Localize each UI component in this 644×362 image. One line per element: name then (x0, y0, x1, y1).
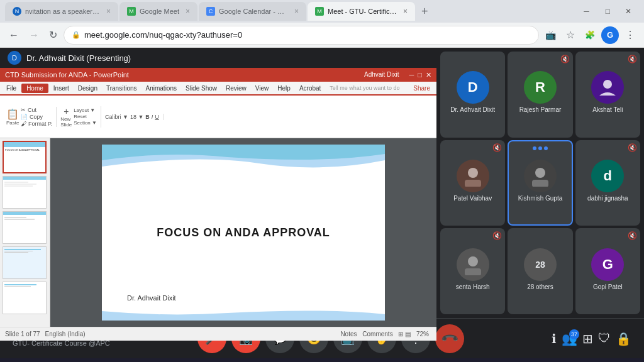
slide-author-text: Dr. Adhvait Dixit (127, 294, 176, 302)
cast-icon[interactable]: 📺 (541, 26, 560, 44)
bold-button[interactable]: B (145, 114, 150, 120)
controls-right: ℹ 👥 37 ⊞ 🛡 🔒 (552, 331, 631, 346)
paste-button[interactable]: 📋Paste (6, 108, 19, 126)
menu-review[interactable]: Review (222, 84, 250, 93)
tile-7-content: senta Harsh (440, 228, 505, 310)
tile-6-content: d dabhi jignasha (575, 140, 640, 222)
ppt-maximize[interactable]: □ (418, 71, 422, 79)
tile-dr-adhvait[interactable]: D Dr. Adhvait Dixit (440, 52, 505, 138)
font-size[interactable]: 18 ▼ (130, 114, 143, 120)
back-button[interactable]: ← (5, 27, 23, 43)
view-buttons[interactable]: ⊞ ▤ (398, 331, 411, 337)
tile-rajesh[interactable]: 🔇 R Rajesh Parmar (508, 52, 572, 138)
powerpoint-window: CTD Submission for ANDA - PowerPoint Adh… (0, 68, 436, 341)
menu-home[interactable]: Home (21, 84, 48, 93)
tab-4[interactable]: M Meet - GTU- Certificate Co... × (308, 2, 415, 21)
slide-thumb-5[interactable] (3, 282, 47, 314)
new-slide-button[interactable]: +NewSlide (60, 106, 72, 128)
extensions-icon[interactable]: 🧩 (581, 26, 599, 44)
maximize-button[interactable]: □ (598, 0, 618, 23)
slide-thumb-1[interactable]: FOCUS ON ANDA APPROVAL (3, 141, 47, 173)
cut-button[interactable]: ✂ Cut (21, 107, 52, 113)
tile-5-avatar (524, 160, 557, 192)
close-button[interactable]: ✕ (618, 0, 639, 23)
tab-2[interactable]: M Google Meet × (119, 2, 197, 21)
slide-thumb-4[interactable] (3, 246, 47, 279)
people-button[interactable]: 👥 37 (562, 331, 577, 346)
tab-4-close[interactable]: × (403, 7, 408, 16)
menu-animations[interactable]: Animations (142, 84, 180, 93)
tile-8-avatar: 28 (524, 248, 557, 281)
tab-3-close[interactable]: × (294, 7, 299, 16)
host-controls-button[interactable]: 🛡 (598, 331, 611, 346)
menu-help[interactable]: Help (274, 84, 294, 93)
reload-button[interactable]: ↻ (45, 26, 61, 43)
section-button[interactable]: Section ▼ (74, 120, 97, 126)
tile-dabhi[interactable]: 🔇 d dabhi jignasha (575, 140, 640, 226)
slide-ops: Layout ▼ Reset Section ▼ (74, 107, 97, 126)
nav-right-icons: 📺 ☆ 🧩 G ⋮ (541, 26, 639, 44)
comments-btn[interactable]: Comments (362, 331, 392, 337)
underline-button[interactable]: U (155, 114, 159, 120)
menu-file[interactable]: File (3, 84, 20, 93)
menu-acrobat[interactable]: Acrobat (296, 84, 325, 93)
tile-8-content: 28 28 others (508, 228, 572, 310)
tab-2-close[interactable]: × (186, 7, 190, 16)
tile-6-avatar: d (591, 160, 624, 192)
address-bar[interactable]: 🔒 meet.google.com/nuq-qgac-xty?authuser=… (64, 26, 539, 45)
slide-footer-design (102, 308, 385, 321)
tile-patel-vaibhav[interactable]: 🔇 Patel Vaibhav (440, 140, 505, 226)
tab-3[interactable]: C Google Calendar - Sunday, 15 C... × (199, 2, 306, 21)
menu-transitions[interactable]: Transitions (103, 84, 141, 93)
menu-slideshow[interactable]: Slide Show (182, 84, 221, 93)
bookmark-icon[interactable]: ☆ (562, 26, 579, 44)
ppt-ribbon: File Home Insert Design Transitions Anim… (0, 82, 436, 138)
ppt-close[interactable]: ✕ (426, 71, 431, 79)
main-content: D Dr. Adhvait Dixit (Presenting) CTD Sub… (0, 48, 644, 318)
tile-kishmish[interactable]: Kishmish Gupta (508, 140, 572, 226)
menu-view[interactable]: View (252, 84, 273, 93)
end-call-button[interactable]: 📞 (435, 324, 464, 353)
tab-4-label: Meet - GTU- Certificate Co... (328, 8, 397, 15)
layout-button[interactable]: Layout ▼ (74, 107, 97, 113)
copy-button[interactable]: 📄 Copy (21, 114, 52, 120)
profile-icon[interactable]: G (601, 26, 619, 44)
format-painter-button[interactable]: 🖌 Format P. (21, 121, 52, 127)
font-name[interactable]: Calibri ▼ (105, 114, 128, 120)
dot-1 (533, 146, 536, 150)
ppt-controls-right: Notes Comments ⊞ ▤ 72% (340, 331, 431, 337)
info-button[interactable]: ℹ (552, 331, 557, 346)
ppt-content-area: FOCUS ON ANDA APPROVAL (0, 138, 436, 327)
slide-thumb-3[interactable] (3, 211, 47, 244)
menu-insert[interactable]: Insert (50, 84, 73, 93)
lock-button[interactable]: 🔒 (616, 331, 631, 346)
menu-share[interactable]: Share (409, 84, 434, 93)
tile-6-name: dabhi jignasha (587, 195, 628, 202)
presenter-name: Dr. Adhvait Dixit (Presenting) (26, 53, 131, 63)
tile-akshat[interactable]: 🔇 Akshat Teli (575, 52, 640, 138)
tab-1-close[interactable]: × (106, 7, 111, 16)
forward-button[interactable]: → (25, 27, 43, 43)
new-tab-button[interactable]: + (416, 5, 433, 18)
tile-7-mute-icon: 🔇 (492, 231, 502, 240)
menu-icon[interactable]: ⋮ (621, 26, 639, 44)
notes-btn[interactable]: Notes (340, 331, 357, 337)
tile-senta[interactable]: 🔇 senta Harsh (440, 228, 505, 314)
tab-1[interactable]: N nvitation as a speaker for GTU C... × (5, 2, 118, 21)
dot-3 (544, 146, 548, 150)
minimize-button[interactable]: ─ (575, 0, 598, 23)
reset-button[interactable]: Reset (74, 114, 97, 119)
italic-button[interactable]: I (152, 114, 153, 120)
slide-main-view[interactable]: FOCUS ON ANDA APPROVAL Dr. Adhvait Dixit (50, 138, 436, 327)
tab-3-label: Google Calendar - Sunday, 15 C... (219, 8, 288, 15)
tile-1-name: Dr. Adhvait Dixit (450, 106, 495, 114)
ppt-minimize[interactable]: ─ (409, 71, 414, 79)
ppt-menu-bar: File Home Insert Design Transitions Anim… (0, 82, 436, 94)
menu-tell-me[interactable]: Tell me what you want to do (326, 84, 403, 92)
tile-gopi[interactable]: 🔇 G Gopi Patel (575, 228, 640, 314)
menu-design[interactable]: Design (74, 84, 101, 93)
tile-28-others[interactable]: 28 28 others (508, 228, 572, 314)
tile-9-mute-icon: 🔇 (628, 231, 637, 240)
activities-button[interactable]: ⊞ (582, 331, 593, 346)
slide-thumb-2[interactable] (3, 176, 47, 209)
